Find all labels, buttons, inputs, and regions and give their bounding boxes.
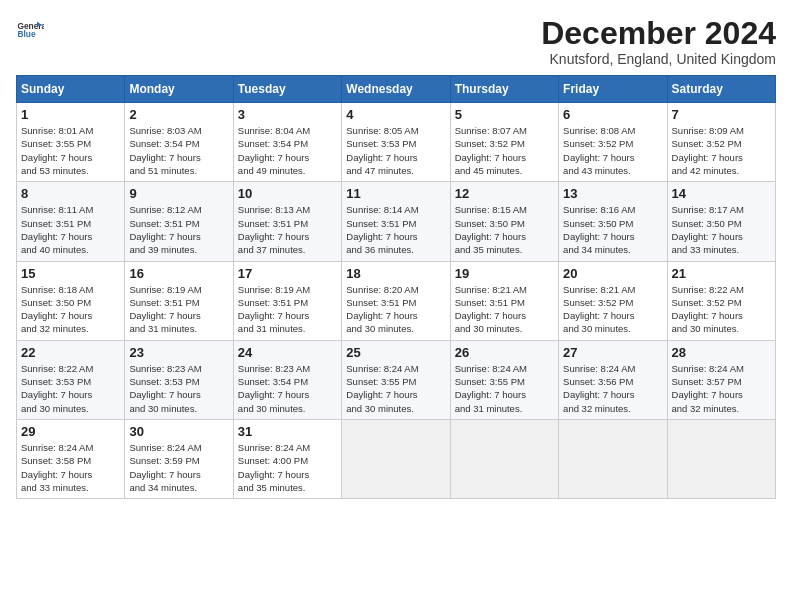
day-info: Sunrise: 8:12 AM Sunset: 3:51 PM Dayligh… (129, 203, 228, 256)
day-info: Sunrise: 8:18 AM Sunset: 3:50 PM Dayligh… (21, 283, 120, 336)
day-number: 28 (672, 345, 771, 360)
calendar-cell: 16Sunrise: 8:19 AM Sunset: 3:51 PM Dayli… (125, 261, 233, 340)
calendar-cell (559, 419, 667, 498)
day-header-thursday: Thursday (450, 76, 558, 103)
calendar-cell: 26Sunrise: 8:24 AM Sunset: 3:55 PM Dayli… (450, 340, 558, 419)
day-number: 30 (129, 424, 228, 439)
calendar-cell: 8Sunrise: 8:11 AM Sunset: 3:51 PM Daylig… (17, 182, 125, 261)
calendar-cell: 30Sunrise: 8:24 AM Sunset: 3:59 PM Dayli… (125, 419, 233, 498)
day-info: Sunrise: 8:16 AM Sunset: 3:50 PM Dayligh… (563, 203, 662, 256)
svg-text:Blue: Blue (17, 29, 35, 39)
calendar-cell: 25Sunrise: 8:24 AM Sunset: 3:55 PM Dayli… (342, 340, 450, 419)
day-number: 4 (346, 107, 445, 122)
day-info: Sunrise: 8:17 AM Sunset: 3:50 PM Dayligh… (672, 203, 771, 256)
day-info: Sunrise: 8:15 AM Sunset: 3:50 PM Dayligh… (455, 203, 554, 256)
day-number: 19 (455, 266, 554, 281)
calendar-header-row: SundayMondayTuesdayWednesdayThursdayFrid… (17, 76, 776, 103)
logo-icon: General Blue (16, 16, 44, 44)
day-number: 21 (672, 266, 771, 281)
day-header-monday: Monday (125, 76, 233, 103)
day-header-tuesday: Tuesday (233, 76, 341, 103)
calendar-cell: 20Sunrise: 8:21 AM Sunset: 3:52 PM Dayli… (559, 261, 667, 340)
main-title: December 2024 (541, 16, 776, 51)
calendar-week-1: 8Sunrise: 8:11 AM Sunset: 3:51 PM Daylig… (17, 182, 776, 261)
day-number: 16 (129, 266, 228, 281)
calendar-cell: 14Sunrise: 8:17 AM Sunset: 3:50 PM Dayli… (667, 182, 775, 261)
day-number: 26 (455, 345, 554, 360)
subtitle: Knutsford, England, United Kingdom (541, 51, 776, 67)
calendar-cell: 28Sunrise: 8:24 AM Sunset: 3:57 PM Dayli… (667, 340, 775, 419)
day-info: Sunrise: 8:09 AM Sunset: 3:52 PM Dayligh… (672, 124, 771, 177)
day-info: Sunrise: 8:19 AM Sunset: 3:51 PM Dayligh… (238, 283, 337, 336)
day-number: 31 (238, 424, 337, 439)
calendar-cell: 12Sunrise: 8:15 AM Sunset: 3:50 PM Dayli… (450, 182, 558, 261)
day-header-sunday: Sunday (17, 76, 125, 103)
day-number: 5 (455, 107, 554, 122)
day-info: Sunrise: 8:24 AM Sunset: 4:00 PM Dayligh… (238, 441, 337, 494)
day-info: Sunrise: 8:13 AM Sunset: 3:51 PM Dayligh… (238, 203, 337, 256)
day-number: 27 (563, 345, 662, 360)
day-number: 6 (563, 107, 662, 122)
calendar-cell: 11Sunrise: 8:14 AM Sunset: 3:51 PM Dayli… (342, 182, 450, 261)
day-info: Sunrise: 8:08 AM Sunset: 3:52 PM Dayligh… (563, 124, 662, 177)
day-info: Sunrise: 8:24 AM Sunset: 3:55 PM Dayligh… (346, 362, 445, 415)
calendar-cell: 1Sunrise: 8:01 AM Sunset: 3:55 PM Daylig… (17, 103, 125, 182)
day-number: 20 (563, 266, 662, 281)
day-number: 23 (129, 345, 228, 360)
calendar-cell: 6Sunrise: 8:08 AM Sunset: 3:52 PM Daylig… (559, 103, 667, 182)
day-number: 18 (346, 266, 445, 281)
day-number: 29 (21, 424, 120, 439)
day-number: 8 (21, 186, 120, 201)
day-number: 11 (346, 186, 445, 201)
calendar-cell: 3Sunrise: 8:04 AM Sunset: 3:54 PM Daylig… (233, 103, 341, 182)
day-info: Sunrise: 8:23 AM Sunset: 3:53 PM Dayligh… (129, 362, 228, 415)
calendar-week-0: 1Sunrise: 8:01 AM Sunset: 3:55 PM Daylig… (17, 103, 776, 182)
day-number: 7 (672, 107, 771, 122)
day-info: Sunrise: 8:24 AM Sunset: 3:58 PM Dayligh… (21, 441, 120, 494)
day-info: Sunrise: 8:19 AM Sunset: 3:51 PM Dayligh… (129, 283, 228, 336)
calendar-cell: 9Sunrise: 8:12 AM Sunset: 3:51 PM Daylig… (125, 182, 233, 261)
calendar-cell: 22Sunrise: 8:22 AM Sunset: 3:53 PM Dayli… (17, 340, 125, 419)
calendar-cell: 17Sunrise: 8:19 AM Sunset: 3:51 PM Dayli… (233, 261, 341, 340)
calendar-week-3: 22Sunrise: 8:22 AM Sunset: 3:53 PM Dayli… (17, 340, 776, 419)
day-number: 9 (129, 186, 228, 201)
day-number: 17 (238, 266, 337, 281)
calendar-cell: 19Sunrise: 8:21 AM Sunset: 3:51 PM Dayli… (450, 261, 558, 340)
day-header-wednesday: Wednesday (342, 76, 450, 103)
day-info: Sunrise: 8:22 AM Sunset: 3:53 PM Dayligh… (21, 362, 120, 415)
day-header-saturday: Saturday (667, 76, 775, 103)
day-number: 25 (346, 345, 445, 360)
calendar-cell: 18Sunrise: 8:20 AM Sunset: 3:51 PM Dayli… (342, 261, 450, 340)
calendar-cell (667, 419, 775, 498)
day-info: Sunrise: 8:11 AM Sunset: 3:51 PM Dayligh… (21, 203, 120, 256)
calendar-table: SundayMondayTuesdayWednesdayThursdayFrid… (16, 75, 776, 499)
day-info: Sunrise: 8:07 AM Sunset: 3:52 PM Dayligh… (455, 124, 554, 177)
calendar-cell: 31Sunrise: 8:24 AM Sunset: 4:00 PM Dayli… (233, 419, 341, 498)
logo: General Blue (16, 16, 44, 44)
calendar-cell: 10Sunrise: 8:13 AM Sunset: 3:51 PM Dayli… (233, 182, 341, 261)
calendar-cell: 4Sunrise: 8:05 AM Sunset: 3:53 PM Daylig… (342, 103, 450, 182)
calendar-cell (342, 419, 450, 498)
day-info: Sunrise: 8:21 AM Sunset: 3:51 PM Dayligh… (455, 283, 554, 336)
calendar-week-4: 29Sunrise: 8:24 AM Sunset: 3:58 PM Dayli… (17, 419, 776, 498)
calendar-cell: 21Sunrise: 8:22 AM Sunset: 3:52 PM Dayli… (667, 261, 775, 340)
calendar-cell: 7Sunrise: 8:09 AM Sunset: 3:52 PM Daylig… (667, 103, 775, 182)
day-header-friday: Friday (559, 76, 667, 103)
day-info: Sunrise: 8:24 AM Sunset: 3:57 PM Dayligh… (672, 362, 771, 415)
day-info: Sunrise: 8:24 AM Sunset: 3:59 PM Dayligh… (129, 441, 228, 494)
day-number: 10 (238, 186, 337, 201)
day-number: 24 (238, 345, 337, 360)
calendar-cell: 2Sunrise: 8:03 AM Sunset: 3:54 PM Daylig… (125, 103, 233, 182)
day-info: Sunrise: 8:20 AM Sunset: 3:51 PM Dayligh… (346, 283, 445, 336)
calendar-cell: 27Sunrise: 8:24 AM Sunset: 3:56 PM Dayli… (559, 340, 667, 419)
calendar-cell (450, 419, 558, 498)
day-number: 14 (672, 186, 771, 201)
day-info: Sunrise: 8:23 AM Sunset: 3:54 PM Dayligh… (238, 362, 337, 415)
title-block: December 2024 Knutsford, England, United… (541, 16, 776, 67)
calendar-week-2: 15Sunrise: 8:18 AM Sunset: 3:50 PM Dayli… (17, 261, 776, 340)
day-info: Sunrise: 8:01 AM Sunset: 3:55 PM Dayligh… (21, 124, 120, 177)
day-number: 13 (563, 186, 662, 201)
calendar-cell: 29Sunrise: 8:24 AM Sunset: 3:58 PM Dayli… (17, 419, 125, 498)
day-info: Sunrise: 8:03 AM Sunset: 3:54 PM Dayligh… (129, 124, 228, 177)
day-info: Sunrise: 8:04 AM Sunset: 3:54 PM Dayligh… (238, 124, 337, 177)
